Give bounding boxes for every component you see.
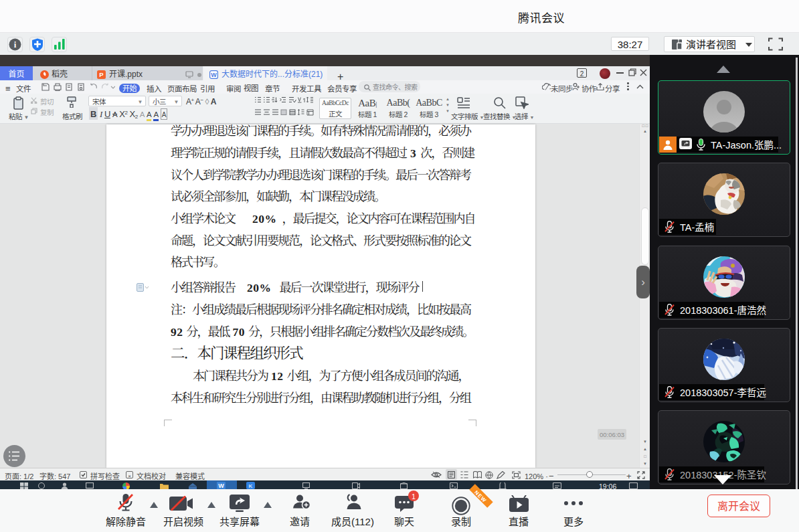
svg-text:P: P bbox=[99, 70, 104, 79]
svg-text:i: i bbox=[14, 39, 17, 50]
svg-text:W: W bbox=[211, 70, 217, 79]
